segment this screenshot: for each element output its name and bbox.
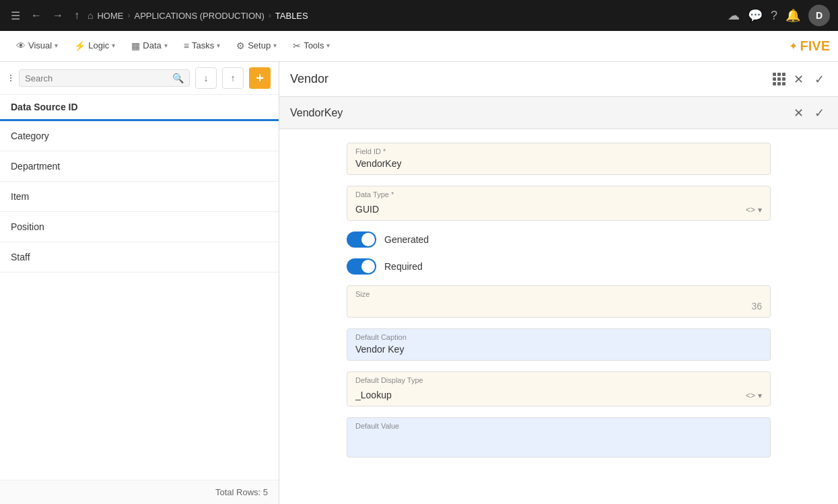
sidebar-list: Category Department Item Position Staff (0, 121, 279, 480)
vendor-panel-actions: ✕ ✓ (773, 69, 827, 89)
default-caption-value[interactable]: Vendor Key (347, 343, 770, 360)
vendor-title: Vendor (290, 72, 773, 86)
field-id-value[interactable]: VendorKey (347, 157, 770, 174)
generated-toggle[interactable] (347, 231, 376, 248)
nav-setup[interactable]: ⚙ Setup ▾ (228, 31, 285, 61)
field-id-label: Field ID * (347, 143, 770, 157)
up-icon[interactable]: ↑ (71, 7, 82, 24)
cloud-icon[interactable]: ☁ (728, 8, 740, 23)
upload-icon[interactable]: ↑ (222, 67, 244, 89)
eye-icon: 👁 (16, 40, 26, 51)
vendor-header: Vendor ✕ ✓ (279, 62, 838, 97)
required-toggle-row: Required (347, 258, 771, 275)
default-display-type-row: _Lookup <> ▾ (347, 386, 770, 406)
nav-tools-label: Tools (304, 40, 324, 50)
size-label: Size (347, 286, 770, 299)
default-display-type-group: Default Display Type _Lookup <> ▾ (347, 371, 771, 406)
data-type-row: GUID <> ▾ (347, 200, 770, 220)
avatar[interactable]: D (808, 5, 830, 26)
back-icon[interactable]: ← (28, 7, 44, 24)
tools-arrow: ▾ (326, 42, 330, 49)
download-icon[interactable]: ↓ (195, 67, 217, 89)
data-type-label: Data Type * (347, 186, 770, 200)
breadcrumb-applications[interactable]: APPLICATIONS (PRODUCTION) (134, 11, 264, 21)
nav-logic[interactable]: ⚡ Logic ▾ (66, 31, 123, 61)
nav-data[interactable]: ▦ Data ▾ (123, 31, 175, 61)
breadcrumb-arrow-1: › (127, 11, 130, 20)
nav-tasks-label: Tasks (192, 40, 214, 50)
data-type-select-icons: <> ▾ (746, 205, 762, 215)
chat-icon[interactable]: 💬 (748, 8, 763, 23)
default-caption-group: Default Caption Vendor Key (347, 328, 771, 361)
sidebar-toolbar: ⫶ 🔍 ↓ ↑ + (0, 62, 279, 95)
field-id-group: Field ID * VendorKey (347, 143, 771, 175)
forward-icon[interactable]: → (50, 7, 66, 24)
breadcrumb-tables[interactable]: TABLES (275, 11, 308, 21)
display-type-chevron-icon: ▾ (758, 391, 762, 400)
required-label: Required (384, 261, 423, 272)
help-icon[interactable]: ? (771, 9, 777, 23)
toggle-thumb (361, 233, 375, 246)
generated-label: Generated (384, 234, 429, 245)
data-icon: ▦ (131, 40, 140, 51)
data-type-code-icon: <> (746, 205, 755, 215)
sidebar: ⫶ 🔍 ↓ ↑ + Data Source ID Category Depart… (0, 62, 279, 504)
five-logo: ✦ FIVE (789, 38, 830, 54)
right-panel: Vendor ✕ ✓ VendorKey ✕ ✓ (279, 62, 838, 504)
size-value[interactable]: 36 (347, 299, 770, 317)
generated-toggle-row: Generated (347, 231, 771, 248)
filter-icon[interactable]: ⫶ (8, 72, 13, 84)
sidebar-item-item[interactable]: Item (0, 182, 279, 212)
sidebar-footer: Total Rows: 5 (0, 480, 279, 504)
sidebar-item-staff[interactable]: Staff (0, 242, 279, 273)
default-value-label: Default Value (347, 418, 770, 431)
add-button[interactable]: + (249, 67, 271, 89)
nav-data-label: Data (143, 40, 161, 50)
vendor-confirm-icon[interactable]: ✓ (812, 69, 827, 89)
default-caption-label: Default Caption (347, 329, 770, 343)
visual-arrow: ▾ (55, 42, 58, 49)
data-type-value[interactable]: GUID (355, 204, 746, 215)
setup-arrow: ▾ (273, 42, 277, 49)
five-star-icon: ✦ (789, 40, 798, 52)
sidebar-item-position[interactable]: Position (0, 212, 279, 242)
vendorkey-confirm-icon[interactable]: ✓ (812, 103, 827, 123)
default-display-type-value[interactable]: _Lookup (355, 390, 746, 400)
required-toggle-thumb (361, 260, 375, 273)
menu-icon[interactable]: ☰ (8, 7, 23, 25)
grid-view-icon[interactable] (773, 73, 785, 85)
tools-icon: ✂ (293, 40, 301, 51)
nav-visual-label: Visual (28, 40, 52, 50)
breadcrumb: ⌂ HOME › APPLICATIONS (PRODUCTION) › TAB… (88, 10, 722, 21)
nav-logic-label: Logic (88, 40, 109, 50)
setup-icon: ⚙ (236, 40, 245, 51)
nav-tools[interactable]: ✂ Tools ▾ (285, 31, 338, 61)
search-input[interactable] (25, 73, 168, 83)
top-navigation: ☰ ← → ↑ ⌂ HOME › APPLICATIONS (PRODUCTIO… (0, 0, 838, 31)
sidebar-item-department[interactable]: Department (0, 151, 279, 182)
search-icon: 🔍 (172, 73, 184, 83)
breadcrumb-home[interactable]: HOME (97, 11, 123, 21)
vendorkey-panel-actions: ✕ ✓ (791, 103, 827, 123)
data-type-chevron-icon: ▾ (758, 205, 762, 215)
tasks-icon: ≡ (184, 40, 189, 51)
sidebar-item-category[interactable]: Category (0, 121, 279, 151)
tasks-arrow: ▾ (217, 42, 220, 49)
nav-setup-label: Setup (248, 40, 271, 50)
default-value-group: Default Value (347, 417, 771, 458)
bell-icon[interactable]: 🔔 (785, 8, 800, 23)
main-content: ⫶ 🔍 ↓ ↑ + Data Source ID Category Depart… (0, 62, 838, 504)
default-display-select-icons: <> ▾ (746, 391, 762, 400)
secondary-navigation: 👁 Visual ▾ ⚡ Logic ▾ ▦ Data ▾ ≡ Tasks ▾ … (0, 31, 838, 62)
size-group: Size 36 (347, 285, 771, 318)
required-toggle[interactable] (347, 258, 376, 275)
vendorkey-close-icon[interactable]: ✕ (791, 103, 806, 123)
nav-visual[interactable]: 👁 Visual ▾ (8, 31, 66, 61)
display-type-code-icon: <> (746, 391, 755, 400)
top-nav-actions: ☁ 💬 ? 🔔 D (728, 5, 830, 26)
vendor-close-icon[interactable]: ✕ (791, 69, 806, 89)
logic-icon: ⚡ (74, 40, 85, 51)
nav-tasks[interactable]: ≡ Tasks ▾ (176, 31, 228, 61)
form-area: Field ID * VendorKey Data Type * GUID <>… (279, 129, 838, 504)
data-type-group: Data Type * GUID <> ▾ (347, 186, 771, 221)
